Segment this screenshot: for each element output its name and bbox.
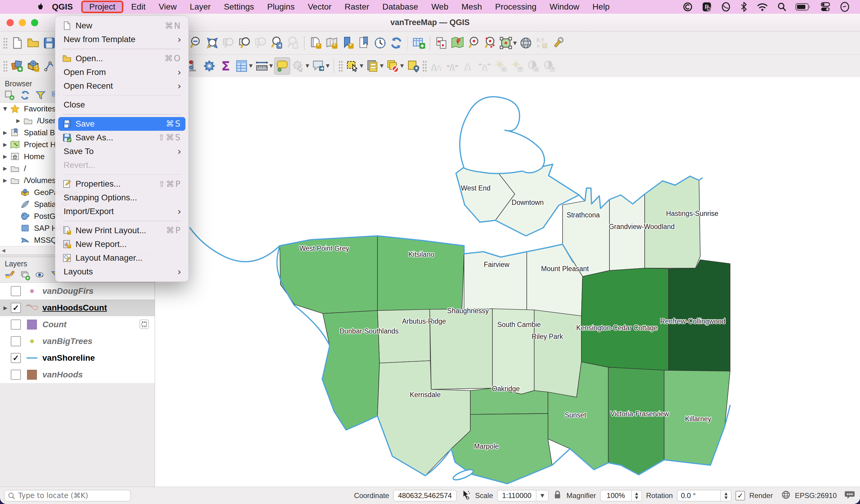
zoom-to-features-icon[interactable] (482, 34, 498, 52)
contrast-up-icon[interactable] (525, 57, 541, 75)
nb-kitsilano[interactable] (377, 236, 464, 311)
stretch-local-icon[interactable] (428, 57, 444, 75)
menubar-item-raster[interactable]: Raster (338, 2, 376, 12)
layer-row-count[interactable]: Count (0, 316, 155, 333)
menubar-item-vector[interactable]: Vector (301, 2, 338, 12)
menubar-item-mesh[interactable]: Mesh (455, 2, 488, 12)
menu-item-layouts[interactable]: Layouts› (55, 265, 188, 278)
messages-bubble-icon[interactable] (844, 489, 856, 503)
zoom-out-icon[interactable] (188, 34, 204, 52)
label-tool-dropdown[interactable]: ▼ (325, 62, 331, 69)
menu-item-save[interactable]: Save⌘S (58, 117, 185, 131)
crs-globe-icon[interactable] (781, 490, 791, 501)
refresh-map-icon[interactable] (388, 34, 404, 52)
wifi-icon[interactable] (757, 2, 768, 11)
mouse-extent-toggle-icon[interactable] (461, 490, 471, 502)
menubar-item-database[interactable]: Database (376, 2, 425, 12)
zoom-to-point-icon[interactable] (465, 34, 482, 52)
layer-checkbox[interactable] (11, 370, 21, 380)
brightness-up-icon[interactable] (493, 57, 509, 75)
layer-row-vandougfirs[interactable]: vanDougFirs (0, 283, 155, 300)
menubar-item-edit[interactable]: Edit (125, 2, 152, 12)
stretch-local-2-icon[interactable] (460, 57, 476, 75)
zoom-native-icon[interactable]: 1:1 (253, 34, 269, 52)
show-bookmarks-icon[interactable] (356, 34, 372, 52)
new-geopackage-icon[interactable]: * (25, 57, 41, 75)
menubar-item-settings[interactable]: Settings (217, 2, 261, 12)
coordinate-value[interactable]: 480632,5462574 (393, 490, 457, 501)
select-features-dropdown[interactable]: ▼ (359, 62, 364, 69)
new-table-icon[interactable] (411, 34, 427, 52)
bookmark-pin-icon[interactable] (449, 34, 465, 52)
parallels-icon[interactable]: P (702, 2, 712, 12)
menubar-item-layer[interactable]: Layer (183, 2, 217, 12)
toolbar-drag-handle-2[interactable] (3, 60, 8, 72)
zoom-last-icon[interactable] (269, 34, 285, 52)
rotation-spin[interactable]: 0.0 ° ▲▼ (677, 490, 731, 501)
crs-value[interactable]: EPSG:26910 (795, 491, 837, 500)
select-by-location-icon[interactable] (405, 57, 421, 75)
processing-toolbox-icon[interactable] (201, 57, 217, 75)
run-feature-action-icon[interactable] (290, 57, 306, 75)
menu-item-properties[interactable]: Properties...⇧⌘P (55, 177, 188, 191)
menu-item-save-as[interactable]: Save As...⇧⌘S (55, 131, 188, 145)
new-project-icon[interactable] (9, 34, 25, 52)
menu-item-save-to[interactable]: Save To› (55, 145, 188, 158)
nb-kensington-cedar-cottage[interactable] (582, 268, 669, 371)
layer-row-vanhoods[interactable]: vanHoods (0, 366, 155, 383)
menubar-app-name[interactable]: QGIS (45, 2, 80, 12)
zoom-to-selection-icon[interactable] (220, 34, 236, 52)
layers-add-group-icon[interactable] (20, 270, 30, 280)
new-spatial-bookmark-icon[interactable]: * (340, 34, 356, 52)
toolbar-drag-handle[interactable] (3, 37, 8, 49)
layer-row-vanbigtrees[interactable]: vanBigTrees (0, 333, 155, 350)
layer-row-vanhoodscount[interactable]: ▶ vanHoodsCount (0, 300, 155, 316)
magnifier-spin[interactable]: 100% ▲▼ (600, 490, 642, 501)
layer-row-vanshoreline[interactable]: vanShoreline (0, 350, 155, 366)
clock-icon[interactable] (840, 2, 850, 12)
zoom-next-icon[interactable] (285, 34, 301, 52)
menubar-item-web[interactable]: Web (425, 2, 455, 12)
apple-menu-icon[interactable] (36, 2, 45, 11)
toolbar-drag-handle-4[interactable] (422, 60, 427, 72)
layout-manager-icon[interactable]: * (324, 34, 340, 52)
map-canvas[interactable]: West End Downtown Strathcona Grandview-W… (155, 77, 860, 487)
menu-item-new[interactable]: New⌘N (55, 19, 188, 32)
m esh-globe-icon[interactable] (518, 34, 534, 52)
nb-renfrew-collingwood[interactable] (669, 260, 730, 371)
close-window-button[interactable] (6, 19, 14, 26)
notch-app-icon[interactable] (721, 2, 731, 12)
browser-refresh-icon[interactable] (20, 90, 30, 101)
stretch-full-icon[interactable] (444, 57, 460, 75)
menu-item-close[interactable]: Close (55, 98, 188, 112)
options-wrench-icon[interactable] (550, 34, 566, 52)
zoom-window-button[interactable] (31, 19, 38, 26)
label-tool-icon[interactable] (310, 57, 326, 75)
scale-combo[interactable]: 1:110000 ▼ (497, 490, 548, 501)
map-tips-icon[interactable] (274, 57, 290, 75)
duplicate-features-icon[interactable] (433, 34, 449, 52)
select-by-value-icon[interactable] (364, 57, 381, 75)
layer-checkbox[interactable] (11, 303, 21, 313)
spotlight-icon[interactable] (777, 2, 787, 12)
render-checkbox[interactable] (735, 491, 745, 500)
menubar-item-help[interactable]: Help (586, 2, 616, 12)
attribute-table-dropdown[interactable]: ▼ (248, 62, 254, 69)
menu-item-open-recent[interactable]: Open Recent› (55, 79, 188, 93)
nb-grandview-woodland[interactable] (610, 194, 645, 271)
menu-item-new-report[interactable]: * New Report... (55, 237, 188, 251)
nb-riley-park[interactable] (534, 310, 582, 397)
menubar-item-view[interactable]: View (152, 2, 183, 12)
temporal-controller-icon[interactable] (372, 34, 388, 52)
browser-add-favorite-icon[interactable] (4, 90, 15, 101)
menu-item-new-print-layout[interactable]: * New Print Layout...⌘P (55, 224, 188, 237)
bluetooth-icon[interactable] (740, 2, 748, 12)
memory-layer-indicator-icon[interactable] (139, 319, 150, 332)
locator-search[interactable] (4, 490, 131, 501)
control-center-icon[interactable] (820, 2, 831, 12)
stretch-full-2-icon[interactable] (476, 57, 493, 75)
menubar-item-plugins[interactable]: Plugins (261, 2, 301, 12)
add-vector-layer-icon[interactable] (9, 57, 25, 75)
nb-hastings-sunrise[interactable] (645, 176, 700, 268)
attribute-table-icon[interactable] (233, 57, 250, 75)
